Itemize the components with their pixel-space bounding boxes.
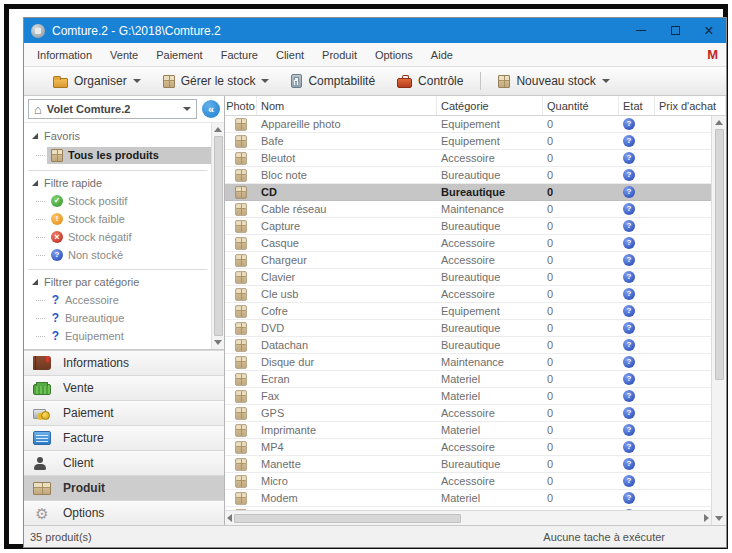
maximize-button[interactable] bbox=[658, 18, 692, 43]
qmark-icon bbox=[51, 294, 60, 306]
scroll-up-icon[interactable] bbox=[715, 120, 723, 125]
table-row[interactable]: CasqueAccessoire0 bbox=[225, 235, 711, 252]
table-row[interactable]: DatachanBureautique0 bbox=[225, 337, 711, 354]
nav-item-client[interactable]: Client bbox=[24, 450, 224, 475]
prix-cell bbox=[655, 218, 711, 234]
table-row[interactable]: ClavierBureautique0 bbox=[225, 269, 711, 286]
nav-item-paiement[interactable]: Paiement bbox=[24, 400, 224, 425]
categorie-cell: Bureautique bbox=[437, 320, 543, 336]
toolbar-button-organiser[interactable]: Organiser bbox=[42, 69, 152, 93]
scroll-right-icon[interactable] bbox=[704, 514, 709, 522]
photo-cell bbox=[225, 422, 257, 438]
nav-item-vente[interactable]: Vente bbox=[24, 375, 224, 400]
table-row[interactable]: Appareille photoEquipement0 bbox=[225, 116, 711, 133]
menu-item-paiement[interactable]: Paiement bbox=[147, 43, 211, 66]
table-row[interactable]: FaxMateriel0 bbox=[225, 388, 711, 405]
table-row[interactable]: MP4Accessoire0 bbox=[225, 439, 711, 456]
tree-section-favoris[interactable]: Favoris bbox=[24, 127, 211, 145]
table-row[interactable]: ImprimanteMateriel0 bbox=[225, 422, 711, 439]
column-header-categorie[interactable]: Catégorie bbox=[437, 96, 543, 115]
tree-scrollbar[interactable] bbox=[211, 123, 224, 349]
table-row[interactable]: BafeEquipement0 bbox=[225, 133, 711, 150]
tree-section-filtre-rapide[interactable]: Filtre rapide bbox=[24, 174, 211, 192]
photo-cell bbox=[225, 184, 257, 200]
minimize-button[interactable] bbox=[624, 18, 658, 43]
toolbar-button-nouveau-stock[interactable]: Nouveau stock bbox=[487, 69, 620, 93]
tree-item-tous-les-produits[interactable]: Tous les produits bbox=[24, 145, 211, 165]
toolbar-button-controle[interactable]: Contrôle bbox=[386, 69, 474, 93]
invoice-icon bbox=[33, 431, 51, 445]
tree-item-non-stocke[interactable]: Non stocké bbox=[24, 246, 211, 264]
table-row[interactable]: GPSAccessoire0 bbox=[225, 405, 711, 422]
vertical-scrollbar-thumb[interactable] bbox=[715, 129, 724, 380]
menu-item-produit[interactable]: Produit bbox=[313, 43, 366, 66]
table-row[interactable]: Disque durMaintenance0 bbox=[225, 354, 711, 371]
tree-item-equipement[interactable]: Equipement bbox=[24, 327, 211, 345]
toolbar-button-label: Organiser bbox=[74, 74, 127, 88]
tree-item-maintenance[interactable]: Maintenance bbox=[24, 345, 211, 349]
etat-cell bbox=[619, 116, 655, 132]
menu-item-client[interactable]: Client bbox=[267, 43, 313, 66]
horizontal-scrollbar[interactable] bbox=[225, 510, 711, 525]
table-row[interactable]: ManetteBureautique0 bbox=[225, 456, 711, 473]
tree-item-stock-positif[interactable]: Stock positif bbox=[24, 192, 211, 210]
tree-item-stock-faible[interactable]: Stock faible bbox=[24, 210, 211, 228]
table-row[interactable]: BleutotAccessoire0 bbox=[225, 150, 711, 167]
table-row[interactable]: CaptureBureautique0 bbox=[225, 218, 711, 235]
column-header-quantite[interactable]: Quantité bbox=[543, 96, 619, 115]
nav-item-produit[interactable]: Produit bbox=[24, 475, 224, 500]
table-row[interactable]: Cle usbAccessoire0 bbox=[225, 286, 711, 303]
horizontal-scrollbar-thumb[interactable] bbox=[234, 514, 461, 523]
tree-section-filtrer-par-categorie[interactable]: Filtrer par catégorie bbox=[24, 273, 211, 291]
nav-item-options[interactable]: Options bbox=[24, 500, 224, 525]
panel-selector-dropdown[interactable]: Volet Comture.2 bbox=[28, 99, 197, 119]
toolbar-button-comptabilite[interactable]: Comptabilité bbox=[280, 69, 386, 93]
menu-item-aide[interactable]: Aide bbox=[422, 43, 462, 66]
tree-item-label: Non stocké bbox=[68, 249, 123, 261]
photo-cell bbox=[225, 286, 257, 302]
prix-cell bbox=[655, 337, 711, 353]
tree-scrollbar-thumb[interactable] bbox=[214, 136, 223, 336]
collapse-panel-button[interactable] bbox=[202, 100, 220, 118]
folder-icon bbox=[53, 78, 68, 88]
photo-cell bbox=[225, 473, 257, 489]
etat-cell bbox=[619, 473, 655, 489]
vertical-scrollbar[interactable] bbox=[711, 116, 726, 525]
scroll-down-icon[interactable] bbox=[715, 516, 723, 521]
menu-item-information[interactable]: Information bbox=[28, 43, 101, 66]
column-header-nom[interactable]: Nom bbox=[257, 96, 437, 115]
tree-item-accessoire[interactable]: Accessoire bbox=[24, 291, 211, 309]
table-row[interactable]: CDBureautique0 bbox=[225, 184, 711, 201]
column-header-etat[interactable]: Etat bbox=[619, 96, 655, 115]
nav-item-informations[interactable]: Informations bbox=[24, 350, 224, 375]
scroll-left-icon[interactable] bbox=[227, 514, 232, 522]
tree-item-bureautique[interactable]: Bureautique bbox=[24, 309, 211, 327]
prix-cell bbox=[655, 354, 711, 370]
product-photo-icon bbox=[235, 305, 246, 317]
toolbar-button-gerer-le-stock[interactable]: Gérer le stock bbox=[152, 69, 281, 93]
table-row[interactable]: CofreEquipement0 bbox=[225, 303, 711, 320]
menu-item-vente[interactable]: Vente bbox=[101, 43, 147, 66]
table-row[interactable]: Bloc noteBureautique0 bbox=[225, 167, 711, 184]
table-row[interactable]: EcranMateriel0 bbox=[225, 371, 711, 388]
nom-cell: MP4 bbox=[257, 439, 437, 455]
close-button[interactable] bbox=[692, 18, 726, 43]
table-row[interactable]: Cable réseauMaintenance0 bbox=[225, 201, 711, 218]
nav-item-facture[interactable]: Facture bbox=[24, 425, 224, 450]
table-row[interactable]: ModemMateriel0 bbox=[225, 490, 711, 507]
column-header-photo[interactable]: Photo bbox=[225, 96, 257, 115]
menu-item-facture[interactable]: Facture bbox=[212, 43, 267, 66]
tree-item-stock-negatif[interactable]: Stock négatif bbox=[24, 228, 211, 246]
column-header-prix-d-achat[interactable]: Prix d'achat bbox=[655, 96, 726, 115]
quantite-cell: 0 bbox=[543, 167, 619, 183]
scroll-down-icon[interactable] bbox=[214, 340, 222, 345]
scroll-up-icon[interactable] bbox=[214, 127, 222, 132]
categorie-cell: Accessoire bbox=[437, 439, 543, 455]
menu-item-options[interactable]: Options bbox=[366, 43, 422, 66]
photo-cell bbox=[225, 371, 257, 387]
table-row[interactable]: MicroAccessoire0 bbox=[225, 473, 711, 490]
table-row[interactable]: DVDBureautique0 bbox=[225, 320, 711, 337]
question-status-icon bbox=[623, 458, 635, 470]
table-row[interactable]: ChargeurAccessoire0 bbox=[225, 252, 711, 269]
tree-connector bbox=[36, 336, 45, 337]
